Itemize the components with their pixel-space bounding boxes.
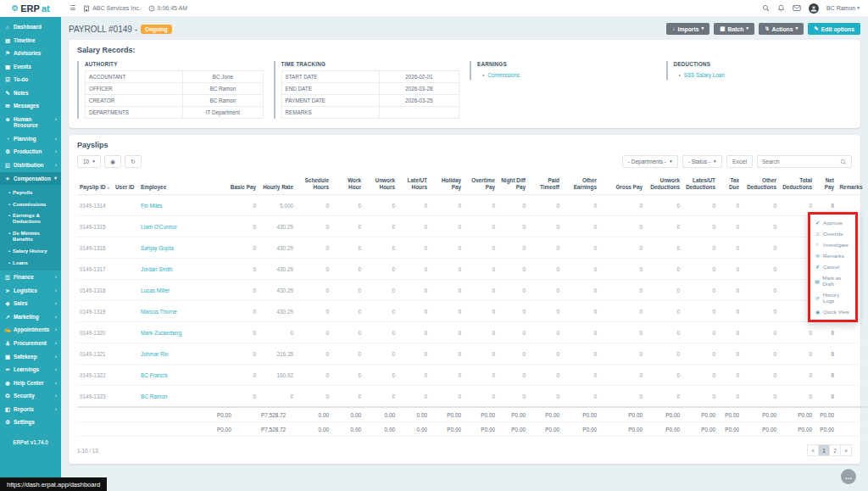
menu-item-mark-as-draft[interactable]: ▤Mark as Draft	[810, 272, 855, 289]
sidebar-subitem-de-minimis-benefits[interactable]: •De Minimis Benefits	[0, 228, 61, 246]
column-header-holiday-pay[interactable]: Holiday Pay	[430, 174, 464, 195]
column-header-tax-due[interactable]: Tax Due	[718, 174, 742, 195]
sidebar-item-compensation[interactable]: ✦Compensation▾	[0, 172, 61, 186]
app-logo[interactable]: ⚙ ERPat	[0, 0, 61, 17]
pagination-page-2[interactable]: 2	[829, 444, 841, 456]
edit-options-button[interactable]: ✎ Edit options	[808, 23, 860, 35]
pagination-page-1[interactable]: 1	[818, 444, 830, 456]
employee-link[interactable]: BC Ramon	[141, 393, 167, 399]
menu-item-quick-view[interactable]: ◉Quick View	[810, 306, 855, 317]
payslip-id-cell[interactable]: 0149-1319	[77, 301, 113, 322]
employee-link[interactable]: Mark Zuckerberg	[141, 330, 181, 336]
column-header-overtime-pay[interactable]: Overtime Pay	[464, 174, 498, 195]
sidebar-toggle-icon[interactable]: ☰	[70, 5, 75, 12]
sidebar-item-planning[interactable]: ◔Planning›	[0, 132, 61, 146]
menu-item-remarks[interactable]: ✉Remarks	[810, 250, 855, 261]
column-header-total-deductions[interactable]: Total Deductions	[779, 174, 815, 195]
sidebar-item-sales[interactable]: ◆Sales›	[0, 297, 61, 310]
sidebar-item-timeline[interactable]: ▤Timeline	[0, 34, 61, 47]
employee-link[interactable]: Marcus Thorne	[141, 309, 177, 315]
payslip-id-cell[interactable]: 0149-1318	[77, 280, 113, 301]
sidebar-item-to-do[interactable]: ☑To-do	[0, 73, 61, 86]
sidebar-item-dashboard[interactable]: ⌂Dashboard	[0, 20, 61, 34]
employee-link[interactable]: Johmar Rio	[141, 351, 169, 357]
sidebar-item-events[interactable]: ▦Events	[0, 60, 61, 74]
sidebar-item-advisories[interactable]: ⚑Advisories	[0, 47, 61, 60]
employee-link[interactable]: BC Francis	[141, 372, 168, 378]
sidebar-item-production[interactable]: ⚙Production›	[0, 145, 61, 159]
column-header-work-hour[interactable]: Work Hour	[331, 174, 364, 195]
pagination-next[interactable]: »	[840, 444, 852, 456]
payslip-id-cell[interactable]: 0149-1321	[77, 343, 113, 365]
sidebar-item-settings[interactable]: ⚙Settings	[0, 416, 61, 429]
mail-icon[interactable]	[793, 4, 801, 12]
search-input[interactable]	[762, 159, 840, 165]
departments-filter-select[interactable]: - Departments - ▾	[622, 155, 678, 168]
payslip-id-cell[interactable]: 0149-1314	[77, 195, 113, 216]
menu-item-override[interactable]: ⚠Override	[810, 228, 855, 239]
payslip-id-cell[interactable]: 0149-1320	[77, 322, 113, 343]
payslip-id-cell[interactable]: 0149-1317	[77, 259, 113, 280]
pagination-prev[interactable]: «	[807, 444, 819, 456]
sidebar-item-security[interactable]: ✪Security›	[0, 389, 61, 403]
sidebar-item-messages[interactable]: ✉Messages	[0, 99, 61, 113]
menu-item-investigate[interactable]: ⌕Investigate	[810, 239, 855, 250]
sidebar-subitem-salary-history[interactable]: •Salary History	[0, 245, 61, 257]
imports-button[interactable]: ↓ Imports ▾	[666, 23, 709, 35]
column-header-unwork-hours[interactable]: Unwork Hours	[364, 174, 398, 195]
column-header-schedule-hours[interactable]: Schedule Hours	[296, 174, 331, 195]
menu-item-approve[interactable]: ✔Approve	[810, 217, 855, 228]
sidebar-subitem-payrolls[interactable]: •Payrolls	[0, 187, 61, 198]
company-selector[interactable]: ABC Services Inc.	[83, 5, 140, 12]
sss-salary-loan-link[interactable]: SSS Salary Loan	[684, 72, 725, 78]
sidebar-item-logistics[interactable]: ➤Logistics›	[0, 284, 61, 298]
sidebar-item-marketing[interactable]: ↗Marketing›	[0, 310, 61, 324]
column-header-remarks[interactable]: Remarks	[837, 174, 865, 195]
batch-button[interactable]: ▦ Batch ▾	[714, 23, 754, 35]
employee-link[interactable]: Lucas Miller	[141, 287, 170, 293]
commissions-link[interactable]: Commissions	[487, 72, 520, 78]
payslip-id-cell[interactable]: 0149-1316	[77, 237, 113, 259]
payslip-id-cell[interactable]: 0149-1323	[77, 386, 113, 408]
sidebar-subitem-earnings-deductions[interactable]: •Earnings & Deductions	[0, 210, 61, 228]
actions-button[interactable]: ↯ Actions ▾	[759, 23, 804, 35]
employee-link[interactable]: Sanjay Gupta	[141, 245, 174, 251]
sidebar-item-reports[interactable]: ◧Reports›	[0, 403, 61, 416]
payslip-id-cell[interactable]: 0149-1315	[77, 216, 113, 237]
notifications-bell-icon[interactable]	[777, 4, 785, 12]
sidebar-subitem-commissions[interactable]: •Commissions	[0, 198, 61, 210]
menu-item-cancel[interactable]: ✗Cancel	[810, 261, 855, 272]
employee-link[interactable]: Jordan Smith	[141, 266, 173, 272]
sidebar-subitem-loans[interactable]: •Loans	[0, 257, 61, 269]
sidebar-item-procurement[interactable]: ♟Procurement›	[0, 337, 61, 350]
sidebar-item-finance[interactable]: ◫Finance›	[0, 271, 61, 284]
column-header-employee[interactable]: Employee	[138, 174, 214, 195]
column-header-unwork-deductions[interactable]: Unwork Deductions	[645, 174, 682, 195]
column-header-net-pay[interactable]: Net Pay	[815, 174, 837, 195]
column-visibility-button[interactable]: ◉	[104, 155, 121, 168]
column-header-night-diff-pay[interactable]: Night Diff Pay	[498, 174, 528, 195]
page-size-select[interactable]: 10 ▾	[77, 155, 101, 168]
column-header-hourly-rate[interactable]: Hourly Rate	[259, 174, 296, 195]
status-filter-select[interactable]: - Status - ▾	[682, 155, 722, 168]
employee-link[interactable]: Liam O'Connor	[141, 224, 177, 230]
column-header-basic-pay[interactable]: Basic Pay	[214, 174, 259, 195]
column-header-gross-pay[interactable]: Gross Pay	[599, 174, 645, 195]
refresh-button[interactable]: ↻	[125, 155, 142, 168]
column-header-user-id[interactable]: User ID	[113, 174, 138, 195]
sidebar-item-human-resource[interactable]: ☻Human Resource›	[0, 113, 61, 132]
user-menu[interactable]: BC Ramon ▾	[826, 5, 860, 11]
column-header-other-deductions[interactable]: Other Deductions	[742, 174, 779, 195]
chat-bubble-button[interactable]: …	[841, 469, 856, 484]
column-header-paid-timeoff[interactable]: Paid Timeoff	[528, 174, 562, 195]
sidebar-item-help-center[interactable]: ◉Help Center›	[0, 377, 61, 390]
sidebar-item-notes[interactable]: ✎Notes	[0, 86, 61, 100]
sidebar-item-learnings[interactable]: ✒Learnings›	[0, 363, 61, 377]
column-header-late-ut-hours[interactable]: Late/UT Hours	[398, 174, 430, 195]
menu-item-history-logs[interactable]: ↺History Logs	[810, 289, 855, 306]
search-icon[interactable]	[762, 4, 770, 12]
sidebar-item-distribution[interactable]: ◱Distribution›	[0, 159, 61, 172]
sidebar-item-safekeep[interactable]: ▣Safekeep›	[0, 350, 61, 364]
excel-export-button[interactable]: Excel	[726, 155, 753, 168]
avatar[interactable]	[809, 3, 819, 14]
